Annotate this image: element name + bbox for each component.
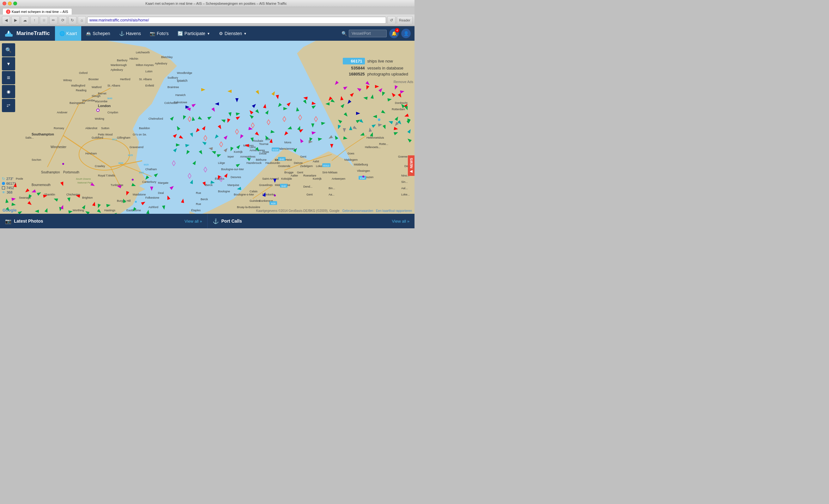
reload-button[interactable]: ↺ [387, 16, 396, 24]
unknown-box [2, 186, 5, 190]
svg-text:Sin...: Sin... [401, 180, 408, 184]
map-stat-unknown: 7452 [2, 186, 16, 190]
svg-text:Hazebrouck: Hazebrouck [246, 161, 262, 164]
user-menu-button[interactable]: 👤 [401, 29, 411, 38]
share-button[interactable]: ↑ [30, 16, 39, 24]
report-link[interactable]: Een kaartfout rapporteren [376, 209, 412, 212]
svg-text:Poole: Poole [16, 177, 23, 180]
svg-text:Gravesend: Gravesend [130, 146, 143, 149]
svg-text:Boulogne-sur-Mer: Boulogne-sur-Mer [221, 168, 244, 171]
close-button[interactable] [3, 2, 6, 5]
logo[interactable]: MarineTraffic [4, 29, 50, 39]
svg-text:Boulogne: Boulogne [218, 190, 230, 193]
browser-titlebar: Kaart met schepen in real time – AIS – S… [0, 0, 414, 7]
bookmark-button[interactable]: ☆ [40, 16, 48, 24]
svg-text:M11: M11 [112, 138, 117, 141]
diensten-label: Diensten [225, 31, 242, 36]
terms-link[interactable]: Gebruiksvoorwaarden [342, 209, 373, 212]
svg-text:Maidstone: Maidstone [133, 193, 146, 196]
nav-item-havens[interactable]: ⚓ Havens [115, 26, 145, 41]
latest-photos-label: Latest Photos [14, 219, 43, 224]
back2-button[interactable]: ⟳ [59, 16, 67, 24]
nav-item-diensten[interactable]: ⚙ Diensten ▼ [215, 26, 251, 41]
svg-text:Petts Wood: Petts Wood [98, 133, 112, 136]
svg-text:Banbury: Banbury [117, 59, 128, 62]
app-nav: MarineTraffic 🌐 Kaart 🚢 Schepen ⚓ Havens… [0, 26, 414, 41]
svg-text:Royal T.Wells: Royal T.Wells [98, 174, 115, 177]
svg-text:Loke...: Loke... [401, 193, 410, 196]
svg-text:Goeree: Goeree [398, 155, 407, 158]
forward-button[interactable]: ▶ [11, 16, 20, 24]
back-button[interactable]: ◀ [2, 16, 10, 24]
news-badge[interactable]: ◀ NEWS [408, 155, 414, 176]
cloud-button[interactable]: ☁ [21, 16, 29, 24]
latest-photos-section[interactable]: 📷 Latest Photos View all » [0, 214, 208, 228]
port-calls-link[interactable]: View all » [392, 219, 409, 224]
search-icon[interactable]: 🔍 [341, 31, 347, 36]
svg-text:Romsey: Romsey [54, 127, 65, 130]
svg-text:Hellevoets...: Hellevoets... [365, 146, 381, 149]
map-stats-mini: ↻ 273" 66171 7452 👁 368 [2, 177, 16, 195]
svg-text:Tunbridge: Tunbridge [111, 184, 123, 187]
refresh-icon: ↻ [2, 177, 5, 181]
map-network-button[interactable]: ◉ [2, 85, 15, 98]
svg-text:Aa...: Aa... [329, 193, 334, 196]
photos-count: 1680525 [343, 72, 365, 76]
browser-tab[interactable]: 3 Kaart met schepen in real time – AIS –… [3, 8, 72, 14]
svg-text:Chatham: Chatham [145, 168, 157, 171]
fotos-icon: 📷 [150, 31, 155, 36]
participate-label: Participate [184, 31, 205, 36]
nav-item-participate[interactable]: 🔄 Participate ▼ [173, 26, 215, 41]
svg-text:Calais: Calais [250, 190, 258, 193]
svg-text:Ipswich: Ipswich [177, 79, 187, 82]
svg-text:Marquise: Marquise [227, 184, 239, 187]
svg-text:Rue: Rue [196, 202, 201, 205]
map-stat-views: 👁 368 [2, 190, 16, 194]
address-text: www.marinetraffic.com/nl/ais/home/ [89, 18, 149, 23]
svg-text:St. Albans: St. Albans [107, 84, 120, 87]
camera-icon: 📷 [5, 218, 11, 224]
nav-search: 🔍 [341, 30, 387, 37]
map-container[interactable]: Salis... Sou'ton Poole Bournemouth Shank… [0, 41, 414, 214]
reader-button[interactable]: Reader [397, 16, 412, 24]
annotate-button[interactable]: ✏ [49, 16, 58, 24]
participate-chevron: ▼ [207, 32, 210, 35]
nav-item-fotos[interactable]: 📷 Foto's [145, 26, 173, 41]
nav-item-kaart[interactable]: 🌐 Kaart [55, 26, 81, 41]
map-filter-button[interactable]: ▼ [2, 57, 15, 70]
stat-row-live: 66171 ships live now [343, 58, 408, 65]
notifications-button[interactable]: 🔔 4 [389, 29, 399, 38]
svg-text:Dend...: Dend... [303, 185, 313, 188]
latest-photos-link[interactable]: View all » [184, 219, 202, 224]
svg-text:Goes: Goes [348, 152, 355, 155]
svg-text:Wanborough: Wanborough [111, 64, 127, 67]
refresh-button[interactable]: ↻ [68, 16, 76, 24]
map-layers-button[interactable]: ≡ [2, 71, 15, 84]
nav-item-schepen[interactable]: 🚢 Schepen [81, 26, 114, 41]
svg-text:Sou'ton: Sou'ton [32, 158, 41, 161]
svg-text:Croydon: Croydon [107, 111, 118, 114]
svg-text:Desvres: Desvres [230, 176, 241, 179]
vessel-search-input[interactable] [349, 30, 387, 37]
maximize-button[interactable] [13, 2, 17, 5]
port-calls-section[interactable]: ⚓ Port Calls View all » [208, 214, 415, 228]
svg-text:Boulogne-s-Mer: Boulogne-s-Mer [234, 193, 254, 196]
svg-text:Salis...: Salis... [25, 136, 34, 139]
svg-text:Watford: Watford [92, 86, 101, 89]
svg-text:Milton Keynes: Milton Keynes [136, 64, 154, 67]
map-search-button[interactable]: 🔍 [2, 43, 15, 56]
svg-text:M20: M20 [139, 171, 144, 174]
address-bar[interactable]: www.marinetraffic.com/nl/ais/home/ [87, 17, 386, 24]
svg-text:Witney: Witney [63, 79, 72, 82]
svg-text:Haubourdin: Haubourdin [265, 161, 280, 164]
svg-text:Hertford: Hertford [120, 78, 131, 81]
svg-text:Woodbridge: Woodbridge [177, 71, 192, 75]
user-icon: 👤 [403, 31, 409, 36]
map-fullscreen-button[interactable]: ⥂ [2, 99, 15, 112]
home-button[interactable]: ⌂ [78, 16, 86, 24]
google-text: Google [3, 208, 17, 212]
minimize-button[interactable] [8, 2, 12, 5]
svg-text:Horsham: Horsham [85, 152, 97, 155]
svg-text:Sudbury: Sudbury [168, 76, 178, 79]
svg-text:Sutton: Sutton [101, 127, 109, 130]
